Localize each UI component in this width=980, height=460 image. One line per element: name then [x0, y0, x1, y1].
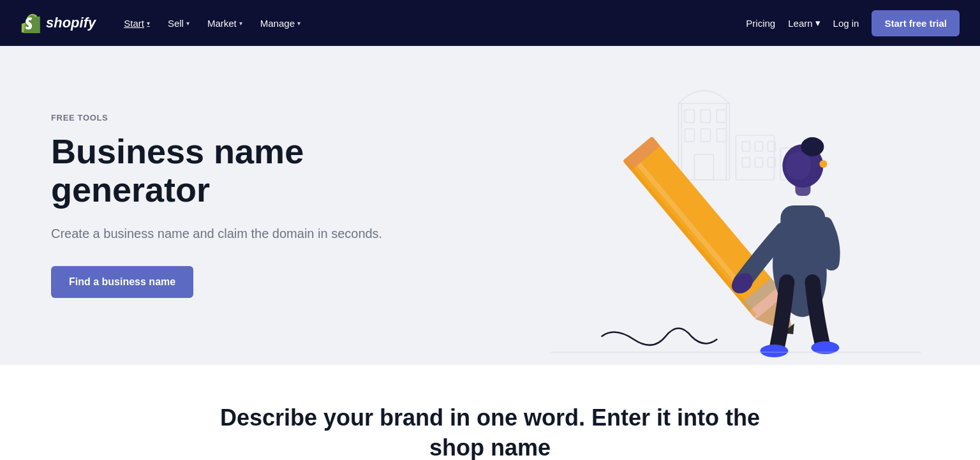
svg-rect-6 [717, 129, 727, 142]
chevron-down-icon: ▾ [297, 20, 301, 27]
hero-section: FREE TOOLS Business name generator Creat… [0, 46, 980, 365]
svg-rect-12 [755, 142, 763, 151]
svg-rect-5 [701, 129, 711, 142]
svg-point-36 [786, 152, 812, 180]
navbar: shopify Start ▾ Sell ▾ Market ▾ Manage ▾… [0, 0, 980, 46]
start-trial-button[interactable]: Start free trial [872, 10, 960, 36]
svg-rect-11 [743, 142, 750, 151]
bottom-title: Describe your brand in one word. Enter i… [203, 403, 777, 460]
chevron-down-icon: ▾ [239, 20, 242, 27]
chevron-down-icon: ▾ [186, 20, 189, 27]
svg-point-34 [801, 137, 824, 156]
nav-login-link[interactable]: Log in [833, 18, 859, 29]
svg-rect-14 [743, 158, 750, 167]
svg-rect-15 [755, 158, 763, 167]
shopify-logo-icon [20, 13, 41, 33]
free-tools-label: FREE TOOLS [51, 113, 382, 122]
nav-item-market[interactable]: Market ▾ [200, 13, 250, 34]
svg-point-37 [820, 160, 828, 168]
hero-content: FREE TOOLS Business name generator Creat… [51, 113, 382, 298]
chevron-down-icon: ▾ [147, 20, 150, 27]
hero-subtitle: Create a business name and claim the dom… [51, 224, 382, 243]
logo-wordmark: shopify [46, 15, 96, 31]
svg-point-39 [761, 345, 789, 357]
svg-rect-3 [717, 110, 727, 122]
hero-illustration [441, 46, 980, 365]
bottom-section: Describe your brand in one word. Enter i… [0, 365, 980, 460]
nav-learn-link[interactable]: Learn ▾ [788, 17, 820, 29]
hero-title: Business name generator [51, 133, 382, 209]
chevron-down-icon: ▾ [815, 17, 820, 29]
svg-rect-28 [637, 163, 747, 293]
illustration-svg [441, 52, 980, 359]
nav-item-sell[interactable]: Sell ▾ [160, 13, 197, 34]
svg-rect-1 [685, 110, 695, 122]
nav-pricing-link[interactable]: Pricing [746, 18, 775, 29]
nav-links: Start ▾ Sell ▾ Market ▾ Manage ▾ [116, 13, 746, 34]
nav-right: Pricing Learn ▾ Log in Start free trial [746, 10, 960, 36]
shopify-logo[interactable]: shopify [20, 13, 96, 33]
svg-rect-4 [685, 129, 695, 142]
nav-item-start[interactable]: Start ▾ [116, 13, 158, 34]
find-business-name-button[interactable]: Find a business name [51, 266, 193, 298]
svg-rect-7 [695, 154, 714, 180]
svg-rect-2 [701, 110, 711, 122]
nav-item-manage[interactable]: Manage ▾ [253, 13, 308, 34]
